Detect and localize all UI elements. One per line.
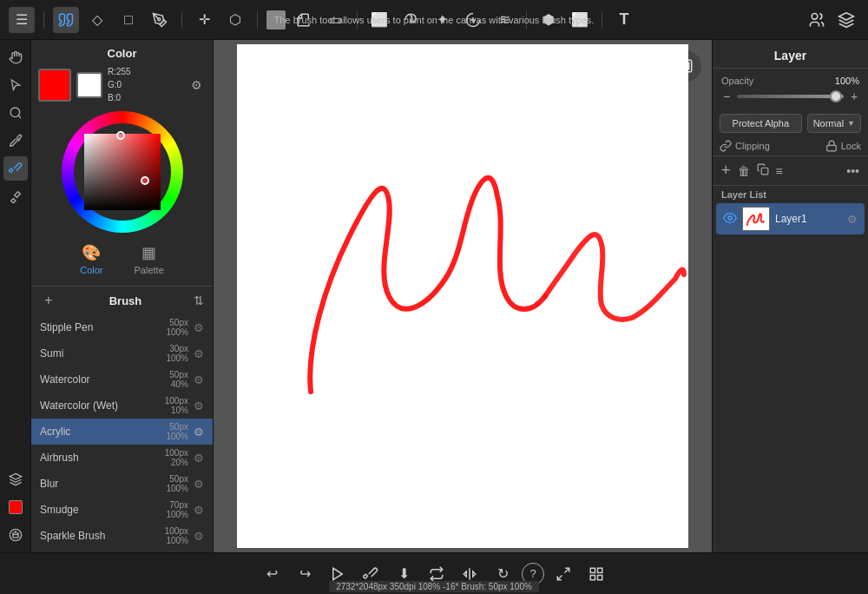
pen-tool[interactable] (147, 7, 173, 33)
warp-tool[interactable]: ⬡ (222, 7, 248, 33)
opacity-label: Opacity (721, 76, 830, 86)
tooltip: The brush tool allows users to paint on … (274, 15, 595, 25)
brush-section: + Brush ⇅ Stipple Pen 50px 100% ⚙ Sumi 3… (31, 287, 213, 552)
brush-item-blur[interactable]: Blur 50px 100% ⚙ (31, 471, 213, 497)
brush-left[interactable] (3, 156, 28, 181)
layer-more-icon[interactable]: ••• (846, 164, 859, 178)
lock-label: Lock (841, 141, 861, 151)
brush-gear-icon[interactable]: ⚙ (194, 321, 204, 334)
expand-bottom-btn[interactable] (549, 560, 577, 588)
sort-brush-icon[interactable]: ⇅ (194, 294, 204, 307)
color-swatch-primary[interactable] (38, 69, 71, 102)
rgb-r: R:255 (108, 65, 181, 78)
layers-left[interactable] (3, 467, 28, 492)
zoom-left[interactable] (3, 101, 28, 125)
layers-top-icon[interactable] (833, 7, 859, 33)
brush-title: Brush (61, 294, 190, 307)
brush-item-acrylic[interactable]: Acrylic 50px 100% ⚙ (31, 419, 213, 445)
svg-point-0 (158, 17, 161, 20)
color-mode-tab[interactable]: 🎨 Color (73, 240, 109, 279)
community-icon[interactable] (804, 7, 830, 33)
color-settings-icon[interactable]: ⚙ (187, 76, 206, 95)
rgb-b: B:0 (108, 91, 181, 104)
clipping-button[interactable]: Clipping (720, 140, 770, 152)
text-tool[interactable]: T (611, 7, 637, 33)
brush-item-sparkle[interactable]: Sparkle Brush 100px 100% ⚙ (31, 523, 213, 549)
brush-item-airbrush[interactable]: Airbrush 100px 20% ⚙ (31, 445, 213, 471)
opacity-slider-row: − + (713, 89, 868, 110)
svg-rect-26 (590, 568, 595, 572)
color-wheel[interactable] (38, 111, 206, 233)
opacity-decrease-btn[interactable]: − (720, 89, 733, 103)
list-view-icon[interactable]: ≡ (776, 164, 783, 178)
transform-tool[interactable]: ✛ (191, 7, 217, 33)
brush-list: Stipple Pen 50px 100% ⚙ Sumi 30px 100% ⚙ (31, 314, 213, 549)
layer-name: Layer1 (775, 213, 842, 225)
brush-tool-active[interactable] (53, 7, 79, 33)
status-bar: 2732*2048px 350dpi 108% -16* Brush: 50px… (329, 581, 539, 592)
opacity-increase-btn[interactable]: + (847, 89, 861, 103)
color-wheel-icon: 🎨 (82, 243, 101, 262)
svg-rect-27 (598, 568, 602, 572)
svg-marker-2 (839, 12, 854, 19)
brush-gear-icon[interactable]: ⚙ (194, 452, 204, 465)
layer-thumbnail (742, 207, 770, 231)
svg-marker-5 (10, 473, 21, 479)
redo-button[interactable]: ↪ (291, 560, 319, 588)
rectangle-tool[interactable]: □ (115, 7, 141, 33)
svg-point-1 (812, 13, 818, 19)
canvas-area[interactable] (214, 40, 712, 552)
add-layer-icon[interactable]: + (721, 162, 731, 180)
smudge-left[interactable] (3, 184, 28, 208)
opacity-slider[interactable] (737, 95, 844, 98)
brush-item-stipple-pen[interactable]: Stipple Pen 50px 100% ⚙ (31, 314, 213, 340)
add-brush-icon[interactable]: + (40, 292, 57, 309)
svg-rect-22 (743, 208, 769, 230)
hand-tool[interactable] (3, 45, 28, 69)
undo-button[interactable]: ↩ (258, 560, 286, 588)
eyedropper-left[interactable] (3, 129, 28, 153)
svg-line-4 (18, 116, 21, 118)
palette-left[interactable] (3, 523, 28, 547)
normal-label: Normal (813, 118, 844, 129)
brush-item-smudge[interactable]: Smudge 70px 100% ⚙ (31, 497, 213, 523)
palette-mode-tab[interactable]: ▦ Palette (128, 240, 171, 279)
left-panel: Color R:255 G:0 B:0 ⚙ (31, 40, 214, 552)
top-bar: ☰ ◇ □ ✛ ⬡ ▭ ⬜ ✦ ≋ ⬢ ⬜ T The brush tool a… (0, 0, 868, 40)
brush-gear-icon[interactable]: ⚙ (194, 504, 204, 517)
layer-item-1[interactable]: Layer1 ⚙ (716, 203, 865, 234)
protect-alpha-button[interactable]: Protect Alpha (720, 114, 802, 133)
color-top-row: R:255 G:0 B:0 ⚙ (38, 65, 206, 104)
brush-item-watercolor-wet[interactable]: Watercolor (Wet) 100px 10% ⚙ (31, 393, 213, 419)
color-left[interactable] (3, 495, 28, 519)
brush-gear-icon[interactable]: ⚙ (194, 399, 204, 412)
brush-gear-icon[interactable]: ⚙ (194, 426, 204, 439)
selection-left[interactable] (3, 73, 28, 97)
layer-list-label: Layer List (713, 186, 868, 203)
brush-item-watercolor[interactable]: Watercolor 50px 40% ⚙ (31, 366, 213, 393)
drawing-canvas[interactable] (237, 44, 688, 548)
main-area: Color R:255 G:0 B:0 ⚙ (0, 40, 868, 552)
layer-actions-row: + 🗑 ≡ ••• (713, 156, 868, 186)
svg-point-3 (10, 108, 20, 117)
blend-mode-btn[interactable]: Normal ▼ (807, 114, 861, 133)
copy-layer-icon[interactable] (757, 163, 769, 178)
brush-gear-icon[interactable]: ⚙ (194, 347, 204, 360)
layer-visibility-icon[interactable] (723, 211, 737, 228)
brush-gear-icon[interactable]: ⚙ (194, 530, 204, 543)
brush-gear-icon[interactable]: ⚙ (194, 478, 204, 491)
color-rgb-display: R:255 G:0 B:0 (108, 65, 181, 104)
brush-header: + Brush ⇅ (31, 292, 213, 309)
svg-rect-28 (590, 575, 595, 579)
lock-button[interactable]: Lock (825, 140, 861, 152)
layer-settings-icon[interactable]: ⚙ (847, 213, 858, 226)
palette-tab-label: Palette (135, 265, 164, 275)
layer-panel-title: Layer (713, 40, 868, 69)
menu-icon[interactable]: ☰ (9, 7, 35, 33)
brush-item-sumi[interactable]: Sumi 30px 100% ⚙ (31, 340, 213, 366)
brush-gear-icon[interactable]: ⚙ (194, 373, 204, 386)
eraser-tool[interactable]: ◇ (84, 7, 110, 33)
grid-bottom-btn[interactable] (582, 560, 610, 588)
delete-layer-icon[interactable]: 🗑 (738, 164, 750, 178)
color-swatch-secondary[interactable] (76, 72, 102, 98)
